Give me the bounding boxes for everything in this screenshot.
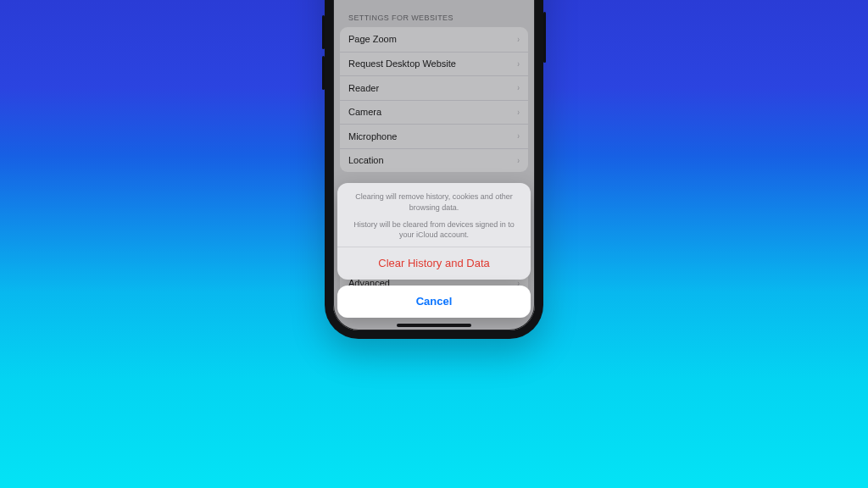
settings-list-area: SETTINGS FOR WEBSITES Page Zoom › Reques… [333, 0, 535, 172]
sheet-message-line1: Clearing will remove history, cookies an… [353, 191, 515, 212]
chevron-right-icon: › [517, 59, 520, 69]
row-page-zoom[interactable]: Page Zoom › [340, 27, 528, 52]
cancel-button[interactable]: Cancel [337, 286, 531, 318]
chevron-right-icon: › [517, 108, 520, 117]
settings-list: Page Zoom › Request Desktop Website › Re… [340, 27, 528, 172]
row-label: Location [348, 155, 384, 165]
row-request-desktop[interactable]: Request Desktop Website › [340, 52, 528, 76]
home-indicator[interactable] [397, 324, 471, 327]
clear-history-button[interactable]: Clear History and Data [337, 247, 531, 280]
row-camera[interactable]: Camera › [340, 100, 528, 125]
section-header-websites: SETTINGS FOR WEBSITES [340, 0, 528, 27]
chevron-right-icon: › [517, 156, 520, 165]
row-label: Microphone [348, 131, 397, 141]
action-sheet-card: Clearing will remove history, cookies an… [337, 183, 531, 280]
volume-down-button [322, 56, 325, 90]
chevron-right-icon: › [517, 131, 520, 141]
action-sheet-message: Clearing will remove history, cookies an… [337, 183, 531, 247]
row-label: Page Zoom [348, 34, 397, 44]
phone-screen: SETTINGS FOR WEBSITES Page Zoom › Reques… [333, 0, 535, 330]
sheet-message-line2: History will be cleared from devices sig… [353, 219, 515, 240]
row-label: Camera [348, 107, 381, 117]
action-sheet: Clearing will remove history, cookies an… [337, 183, 531, 318]
power-button [543, 12, 546, 63]
row-location[interactable]: Location › [340, 148, 528, 173]
phone-frame: SETTINGS FOR WEBSITES Page Zoom › Reques… [325, 0, 543, 339]
row-microphone[interactable]: Microphone › [340, 124, 528, 148]
chevron-right-icon: › [517, 83, 520, 92]
row-label: Request Desktop Website [348, 58, 456, 69]
row-reader[interactable]: Reader › [340, 75, 528, 100]
volume-up-button [322, 15, 325, 49]
row-label: Reader [348, 83, 379, 93]
chevron-right-icon: › [517, 35, 520, 44]
